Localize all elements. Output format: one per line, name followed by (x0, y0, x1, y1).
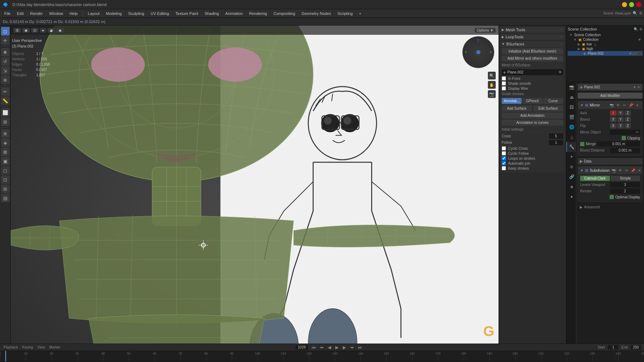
nav-z-label[interactable]: Z (477, 39, 479, 42)
navigation-gizmo[interactable]: X Y Z (462, 36, 494, 68)
merge-checkbox[interactable] (580, 142, 584, 146)
tl-prev-frame[interactable]: ◀ (327, 344, 332, 351)
tool-add-cube[interactable]: ⬜ (1, 108, 10, 117)
keep-strokes-checkbox[interactable] (502, 166, 506, 170)
minimize-btn[interactable] (622, 2, 627, 7)
tab-curve[interactable]: Curve (543, 98, 563, 104)
mirror-modifier-eye-icon[interactable]: 👁 (615, 102, 621, 108)
tl-marker-btn[interactable]: Marker (49, 345, 61, 350)
props-tab-physics[interactable]: ⊛ (566, 162, 576, 172)
follow-val[interactable]: 1 (549, 140, 563, 145)
view-layer-selector[interactable]: ViewLayer (615, 11, 631, 15)
tool-annotate[interactable]: ✏ (1, 87, 10, 96)
tool-b2[interactable]: ◈ (1, 138, 10, 147)
mirror-object-edit[interactable]: ✏ (636, 130, 639, 134)
annotation-to-curves-btn[interactable]: Annotation to curves (502, 120, 563, 126)
tree-plane002-vis2[interactable]: 🎥 (633, 52, 637, 55)
subd-camera-icon[interactable]: 📷 (611, 168, 617, 173)
viewport-shading-solid[interactable]: ● (40, 28, 46, 33)
nav-x-label[interactable]: X (490, 50, 492, 54)
data-section-header[interactable]: ▶ Data (578, 158, 643, 165)
ws-compositing[interactable]: Compositing (271, 11, 298, 16)
initialize-btn[interactable]: Initialize (Add BSurface mesh) (502, 48, 563, 54)
ws-shading[interactable]: Shading (202, 11, 222, 16)
tree-plane002-vis3[interactable]: ⬛ (637, 52, 641, 55)
tool-b7[interactable]: ⊞ (1, 185, 10, 193)
props-tab-object[interactable]: △ (566, 132, 576, 142)
bisect-distance-val[interactable]: 0.001 m (610, 148, 640, 153)
levels-viewport-val[interactable]: 3 (610, 182, 640, 187)
mirror-modifier-delete-icon[interactable]: ✕ (634, 102, 640, 108)
menu-edit[interactable]: Edit (14, 11, 27, 16)
object-selector-edit[interactable]: ✏ (638, 85, 640, 89)
props-tab-object-data[interactable]: ◈ (566, 182, 576, 192)
edit-surface-btn[interactable]: Edit Surface (533, 105, 563, 111)
cross-val[interactable]: 5 (549, 133, 563, 139)
flip-z-btn[interactable]: Z (624, 123, 631, 128)
outliner-filter[interactable]: 🔍 (634, 27, 638, 31)
bisect-x-btn[interactable]: X (610, 117, 617, 122)
mirror-modifier-header[interactable]: ▼ ⊞ Mirror 📷 👁 ✏ 📌 (578, 101, 642, 109)
add-modifier-btn[interactable]: Add Modifier (578, 93, 643, 99)
tl-keying-btn[interactable]: Keying (22, 345, 34, 350)
axis-x-btn[interactable]: X (610, 110, 617, 116)
tree-high[interactable]: ▶ ▣ high (568, 46, 643, 51)
clipping-check[interactable] (622, 136, 626, 140)
mesh-tools-header[interactable]: ▶ Mesh Tools ⋯ (500, 27, 565, 33)
subd-eye-icon[interactable]: 👁 (617, 168, 623, 173)
loop-tools-header[interactable]: ▶ LoopTools ⋯ (500, 34, 565, 40)
merge-val[interactable]: 0.001 m (597, 141, 640, 147)
tool-b5[interactable]: ◻ (1, 166, 10, 175)
nav-y-label[interactable]: Y (465, 50, 467, 54)
tree-plane002-vis1[interactable]: 👁 (629, 52, 632, 55)
outliner-sort[interactable]: ⚙ (639, 27, 643, 31)
optimal-display-check[interactable] (610, 195, 614, 199)
tl-next-keyframe[interactable]: ➡ (349, 344, 354, 351)
ws-rendering[interactable]: Rendering (246, 11, 270, 16)
tool-rotate[interactable]: ↺ (1, 57, 10, 66)
viewport-mode-toggle[interactable]: ☰ (13, 28, 21, 33)
tab-annotati[interactable]: Annotati... (502, 98, 522, 104)
tree-scene-collection[interactable]: ▼ Scene Collection (568, 33, 643, 37)
display-wire-checkbox[interactable] (502, 86, 506, 90)
in-front-checkbox[interactable] (502, 76, 506, 81)
tree-collection-vis[interactable]: 👁 (638, 38, 641, 42)
add-mirror-btn[interactable]: Add Mirror and others modifiers (502, 55, 563, 61)
mirror-modifier-camera-icon[interactable]: 📷 (609, 102, 615, 108)
tl-playback-btn[interactable]: Playback (3, 345, 19, 350)
bisect-y-btn[interactable]: Y (617, 117, 624, 122)
tool-move[interactable]: ✥ (1, 48, 10, 56)
ws-add[interactable]: + (356, 11, 364, 16)
maximize-btn[interactable] (629, 2, 634, 7)
tl-prev-keyframe[interactable]: ⬅ (319, 344, 324, 351)
close-btn[interactable] (636, 2, 641, 7)
timeline-playhead[interactable] (5, 351, 6, 361)
tl-go-end[interactable]: ⏭ (357, 344, 363, 351)
props-tab-view-layer[interactable]: 🖼 (566, 102, 576, 112)
subd-edit-icon[interactable]: ✏ (624, 168, 629, 173)
ws-geometry-nodes[interactable]: Geometry Nodes (299, 11, 334, 16)
tl-start-val[interactable]: 1 (608, 345, 618, 350)
camera-tool-btn[interactable]: 📷 (488, 90, 496, 98)
props-tab-world[interactable]: 🌐 (566, 122, 576, 132)
tl-play[interactable]: ▶ (335, 344, 339, 351)
axis-y-btn[interactable]: Y (617, 110, 624, 116)
tree-low[interactable]: ▶ ▣ low △ (568, 42, 643, 46)
object-selector-browse[interactable]: ▼ (633, 86, 636, 89)
tl-frame-display[interactable]: 1029 (296, 345, 308, 350)
props-tab-particles[interactable]: ✦ (566, 152, 576, 162)
tree-plane002[interactable]: ◈ Plane.002 👁 🎥 ⬛ (568, 51, 643, 56)
add-surface-btn[interactable]: Add Surface (502, 105, 532, 111)
ws-uv-editing[interactable]: UV Editing (148, 11, 172, 16)
search-btn[interactable]: 🔍 (633, 11, 638, 16)
tool-scale[interactable]: ⇲ (1, 66, 10, 75)
tl-next-frame[interactable]: ▶ (342, 344, 347, 351)
subd-delete-icon[interactable]: ✕ (637, 168, 642, 173)
tool-b8[interactable]: ▤ (1, 194, 10, 202)
bsurfaces-header[interactable]: ▼ BSurfaces ⋯ (500, 41, 565, 47)
props-tab-render[interactable]: 📸 (566, 82, 576, 92)
menu-window[interactable]: Window (46, 11, 66, 16)
tool-select[interactable]: ◻ (1, 27, 10, 35)
loops-on-strokes-checkbox[interactable] (502, 156, 506, 160)
tl-view-btn[interactable]: View (37, 345, 46, 350)
